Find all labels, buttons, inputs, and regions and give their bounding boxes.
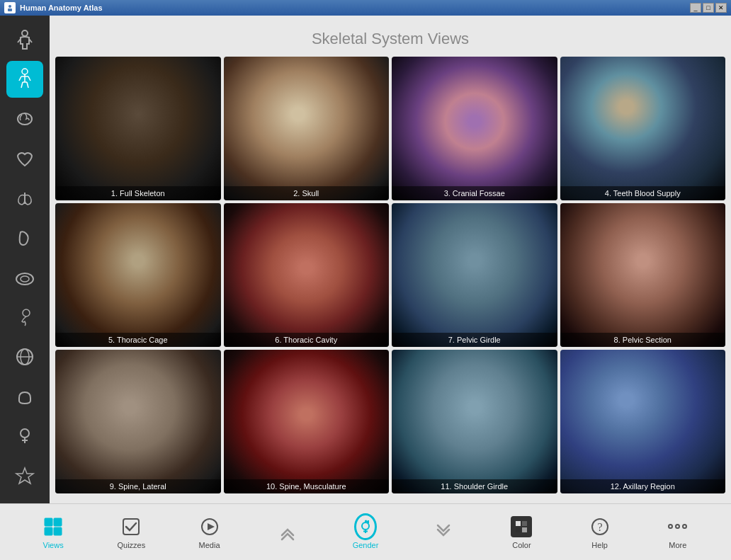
svg-rect-44: [516, 527, 521, 532]
svg-point-18: [21, 429, 29, 438]
grid-item-label-10: 10. Spine, Musculature: [224, 479, 390, 493]
sidebar-item-pelvis[interactable]: [6, 259, 43, 296]
sidebar-item-lungs[interactable]: [6, 180, 43, 217]
svg-rect-29: [45, 518, 52, 526]
svg-text:?: ?: [597, 521, 602, 533]
app-body: Skeletal System Views 1. Full Skeleton2.…: [0, 16, 731, 503]
grid-item-3[interactable]: 3. Cranial Fossae: [392, 57, 557, 200]
grid-item-label-6: 6. Thoracic Cavity: [224, 333, 390, 347]
page-title: Skeletal System Views: [50, 16, 731, 57]
grid-item-5[interactable]: 5. Thoracic Cage: [55, 203, 221, 347]
toolbar-more[interactable]: More: [657, 515, 699, 549]
gender-label: Gender: [353, 541, 379, 549]
svg-rect-32: [54, 527, 62, 535]
grid-item-10[interactable]: 10. Spine, Musculature: [224, 350, 390, 493]
svg-rect-43: [522, 521, 527, 526]
sidebar-item-skeleton[interactable]: [6, 61, 43, 98]
grid-item-4[interactable]: 4. Teeth Blood Supply: [560, 57, 726, 200]
grid-icon: [42, 515, 64, 538]
svg-rect-31: [45, 527, 52, 535]
svg-point-14: [23, 309, 30, 316]
sidebar-item-arm[interactable]: [6, 219, 43, 256]
sidebar-item-female[interactable]: [6, 418, 43, 455]
grid-item-2[interactable]: 2. Skull: [224, 57, 390, 200]
maximize-button[interactable]: □: [703, 3, 714, 13]
toolbar: Views Quizzes Media: [0, 503, 731, 560]
svg-rect-42: [516, 521, 521, 526]
grid-item-7[interactable]: 7. Pelvic Girdle: [392, 203, 557, 347]
svg-rect-30: [54, 518, 62, 526]
svg-line-9: [27, 82, 28, 88]
grid-item-label-7: 7. Pelvic Girdle: [392, 333, 557, 347]
grid-item-8[interactable]: 8. Pelvic Section: [560, 203, 726, 347]
chevron-up-icon: [276, 521, 299, 544]
more-icon: [667, 515, 689, 538]
more-label: More: [669, 541, 686, 549]
svg-point-12: [16, 273, 33, 285]
minimize-button[interactable]: _: [690, 3, 701, 13]
svg-line-8: [21, 82, 23, 88]
sidebar-item-muscles[interactable]: [6, 140, 43, 177]
svg-line-6: [19, 76, 21, 81]
toolbar-color[interactable]: Color: [500, 515, 543, 549]
app-icon: [4, 2, 16, 13]
svg-point-13: [21, 276, 29, 282]
grid-item-11[interactable]: 11. Shoulder Girdle: [392, 350, 557, 493]
help-icon: ?: [589, 515, 611, 538]
toolbar-gender[interactable]: Gender: [344, 515, 387, 549]
title-bar: Human Anatomy Atlas _ □ ✕: [0, 0, 731, 16]
grid-item-6[interactable]: 6. Thoracic Cavity: [224, 203, 390, 347]
help-label: Help: [591, 541, 608, 549]
check-icon: [120, 515, 142, 538]
toolbar-views[interactable]: Views: [32, 515, 74, 549]
sidebar-item-brain[interactable]: [6, 101, 43, 137]
window-controls[interactable]: _ □ ✕: [690, 3, 727, 13]
svg-line-7: [28, 76, 30, 81]
sidebar-item-breast[interactable]: [6, 378, 43, 415]
toolbar-quizzes[interactable]: Quizzes: [110, 515, 152, 549]
grid-item-label-4: 4. Teeth Blood Supply: [560, 186, 726, 200]
grid-item-12[interactable]: 12. Axillary Region: [560, 350, 726, 493]
svg-point-3: [22, 69, 28, 74]
svg-marker-35: [208, 523, 215, 530]
toolbar-scroll-down[interactable]: [422, 521, 465, 544]
svg-point-2: [22, 30, 28, 36]
toolbar-help[interactable]: ? Help: [579, 515, 621, 549]
grid-item-label-11: 11. Shoulder Girdle: [392, 479, 557, 493]
views-label: Views: [43, 541, 64, 549]
svg-point-0: [8, 5, 11, 8]
chevron-down-icon: [432, 521, 455, 544]
sidebar: [0, 16, 50, 503]
toolbar-scroll-up[interactable]: [266, 521, 309, 544]
image-grid: 1. Full Skeleton2. Skull3. Cranial Fossa…: [55, 57, 725, 493]
grid-item-label-3: 3. Cranial Fossae: [392, 186, 557, 200]
grid-item-label-2: 2. Skull: [224, 186, 390, 200]
quizzes-label: Quizzes: [117, 541, 145, 549]
sidebar-item-body[interactable]: [6, 21, 43, 58]
grid-item-label-12: 12. Axillary Region: [560, 479, 726, 493]
svg-rect-1: [8, 8, 12, 11]
grid-item-label-5: 5. Thoracic Cage: [55, 333, 221, 347]
sidebar-item-fetus[interactable]: [6, 299, 43, 336]
sidebar-item-globe[interactable]: [6, 338, 43, 375]
play-icon: [198, 515, 221, 538]
grid-item-1[interactable]: 1. Full Skeleton: [55, 57, 221, 200]
color-icon: [510, 515, 533, 538]
close-button[interactable]: ✕: [715, 3, 727, 13]
media-label: Media: [199, 541, 220, 549]
content-area: Skeletal System Views 1. Full Skeleton2.…: [50, 16, 731, 503]
grid-container[interactable]: 1. Full Skeleton2. Skull3. Cranial Fossa…: [50, 57, 731, 503]
svg-rect-45: [522, 527, 527, 532]
svg-marker-21: [16, 468, 33, 484]
color-label: Color: [512, 541, 531, 549]
toolbar-media[interactable]: Media: [188, 515, 231, 549]
grid-item-label-8: 8. Pelvic Section: [560, 333, 726, 347]
grid-item-label-1: 1. Full Skeleton: [55, 186, 221, 200]
gender-icon: [354, 515, 377, 538]
sidebar-item-star[interactable]: [6, 457, 43, 494]
svg-point-36: [362, 522, 369, 530]
grid-item-label-9: 9. Spine, Lateral: [55, 479, 221, 493]
app-title: Human Anatomy Atlas: [20, 4, 686, 12]
grid-item-9[interactable]: 9. Spine, Lateral: [55, 350, 221, 493]
